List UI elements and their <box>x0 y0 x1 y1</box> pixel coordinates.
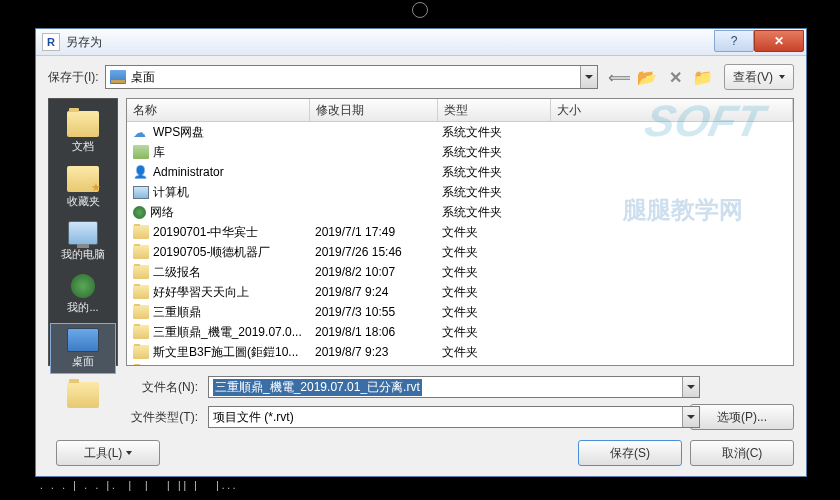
view-button-label: 查看(V) <box>733 69 773 86</box>
row-name: 库 <box>153 144 165 161</box>
folder-icon <box>67 111 99 137</box>
filetype-value: 项目文件 (*.rvt) <box>213 409 294 426</box>
back-icon[interactable]: ⟸ <box>610 68 628 86</box>
sidebar-item-mynetwork[interactable]: 我的... <box>51 270 115 319</box>
row-date: 2019/7/26 15:46 <box>309 245 436 259</box>
top-marker-circle <box>412 2 428 18</box>
sidebar-item-desktop[interactable]: 桌面 <box>50 323 116 374</box>
row-type: 系统文件夹 <box>436 184 548 201</box>
row-date: 2019/8/2 10:07 <box>309 265 436 279</box>
table-row[interactable]: 网络系统文件夹 <box>127 202 793 222</box>
filename-dropdown-icon[interactable] <box>682 377 699 397</box>
row-type: 系统文件夹 <box>436 144 548 161</box>
row-type: 文件夹 <box>436 264 548 281</box>
row-date: 2019/8/7 9:24 <box>309 285 436 299</box>
col-type[interactable]: 类型 <box>438 99 551 121</box>
comp-icon <box>133 186 149 199</box>
lib-icon <box>133 145 149 159</box>
row-name: 20190705-顺德机器厂 <box>153 244 270 261</box>
open-folder-icon[interactable]: 📂 <box>638 68 656 86</box>
options-button[interactable]: 选项(P)... <box>690 404 794 430</box>
save-button[interactable]: 保存(S) <box>578 440 682 466</box>
close-button[interactable]: ✕ <box>754 30 804 52</box>
col-name[interactable]: 名称 <box>127 99 310 121</box>
row-type: 系统文件夹 <box>436 204 548 221</box>
ruler-marks: . . . | . . | . | | | | | | | . . . <box>0 480 840 500</box>
computer-icon <box>68 221 98 245</box>
col-size[interactable]: 大小 <box>551 99 793 121</box>
fld-icon <box>133 325 149 339</box>
location-select[interactable]: 桌面 <box>105 65 598 89</box>
table-row[interactable]: 👤Administrator系统文件夹 <box>127 162 793 182</box>
help-button[interactable]: ? <box>714 30 754 52</box>
row-type: 文件夹 <box>436 284 548 301</box>
network-icon <box>71 274 95 298</box>
table-row[interactable]: ☁WPS网盘系统文件夹 <box>127 122 793 142</box>
folder-icon <box>67 382 99 408</box>
row-name: 好好學習天天向上 <box>153 284 249 301</box>
sidebar-item-mycomputer[interactable]: 我的电脑 <box>51 217 115 266</box>
cloud-icon: ☁ <box>133 125 149 139</box>
row-name: 计算机 <box>153 184 189 201</box>
sidebar-item-favorites[interactable]: 收藏夹 <box>51 162 115 213</box>
sidebar-item-documents[interactable]: 文档 <box>51 107 115 158</box>
sidebar-item-label: 桌面 <box>72 354 94 369</box>
table-row[interactable]: 20190705-顺德机器厂2019/7/26 15:46文件夹 <box>127 242 793 262</box>
cancel-button[interactable]: 取消(C) <box>690 440 794 466</box>
location-dropdown-icon[interactable] <box>580 66 597 88</box>
row-name: 二级报名 <box>153 264 201 281</box>
row-date: 2019/8/7 9:23 <box>309 345 436 359</box>
desktop-icon <box>67 328 99 352</box>
nav-icons: ⟸ 📂 ✕ 📁 <box>604 68 712 86</box>
filetype-label: 文件类型(T): <box>48 409 202 426</box>
row-name: 斯文里B3F施工圖(鉅鎧10... <box>153 344 298 361</box>
row-date: 2019/7/3 10:55 <box>309 305 436 319</box>
row-name: 网络 <box>150 204 174 221</box>
fld-icon <box>133 245 149 259</box>
view-button[interactable]: 查看(V) <box>724 64 794 90</box>
row-name: 三重順鼎 <box>153 304 201 321</box>
fld-icon <box>133 345 149 359</box>
row-type: 文件夹 <box>436 224 548 241</box>
row-name: WPS网盘 <box>153 124 204 141</box>
row-type: 系统文件夹 <box>436 164 548 181</box>
titlebar: R 另存为 ? ✕ <box>36 29 806 56</box>
table-row[interactable]: 20190701-中华宾士2019/7/1 17:49文件夹 <box>127 222 793 242</box>
row-type: 系统文件夹 <box>436 124 548 141</box>
delete-icon[interactable]: ✕ <box>666 68 684 86</box>
filetype-select[interactable]: 项目文件 (*.rvt) <box>208 406 700 428</box>
places-sidebar: 文档 收藏夹 我的电脑 我的... 桌面 <box>48 98 118 366</box>
table-row[interactable]: 计算机系统文件夹 <box>127 182 793 202</box>
row-name: 三重順鼎_機電_2019.07.0... <box>153 324 302 341</box>
row-type: 文件夹 <box>436 304 548 321</box>
filename-value: 三重順鼎_機電_2019.07.01_已分离.rvt <box>213 379 422 396</box>
tools-button[interactable]: 工具(L) <box>56 440 160 466</box>
row-name: 斯文理三期_機電_B3F-3F... <box>153 364 299 366</box>
location-value: 桌面 <box>131 69 155 86</box>
sidebar-item-label: 我的电脑 <box>61 247 105 262</box>
row-type: 文件夹 <box>436 244 548 261</box>
tools-button-label: 工具(L) <box>84 445 123 462</box>
list-header: 名称 修改日期 类型 大小 <box>127 99 793 122</box>
location-bar: 保存于(I): 桌面 ⟸ 📂 ✕ 📁 查看(V) <box>36 56 806 98</box>
row-type: 文件夹 <box>436 344 548 361</box>
fld-icon <box>133 225 149 239</box>
table-row[interactable]: 斯文里B3F施工圖(鉅鎧10...2019/8/7 9:23文件夹 <box>127 342 793 362</box>
app-icon: R <box>42 33 60 51</box>
table-row[interactable]: 三重順鼎2019/7/3 10:55文件夹 <box>127 302 793 322</box>
table-row[interactable]: 二级报名2019/8/2 10:07文件夹 <box>127 262 793 282</box>
row-date: 2019/8/1 18:06 <box>309 325 436 339</box>
table-row[interactable]: 好好學習天天向上2019/8/7 9:24文件夹 <box>127 282 793 302</box>
table-row[interactable]: 库系统文件夹 <box>127 142 793 162</box>
list-body: ☁WPS网盘系统文件夹库系统文件夹👤Administrator系统文件夹计算机系… <box>127 122 793 365</box>
col-date[interactable]: 修改日期 <box>310 99 438 121</box>
fld-icon <box>133 305 149 319</box>
table-row[interactable]: 斯文理三期_機電_B3F-3F...2019/8/6 17:38文件夹 <box>127 362 793 365</box>
sidebar-item-label: 收藏夹 <box>67 194 100 209</box>
filename-input[interactable]: 三重順鼎_機電_2019.07.01_已分离.rvt <box>208 376 700 398</box>
new-folder-icon[interactable]: 📁 <box>694 68 712 86</box>
favorites-icon <box>67 166 99 192</box>
table-row[interactable]: 三重順鼎_機電_2019.07.0...2019/8/1 18:06文件夹 <box>127 322 793 342</box>
filetype-dropdown-icon[interactable] <box>682 407 699 427</box>
row-type: 文件夹 <box>436 364 548 366</box>
